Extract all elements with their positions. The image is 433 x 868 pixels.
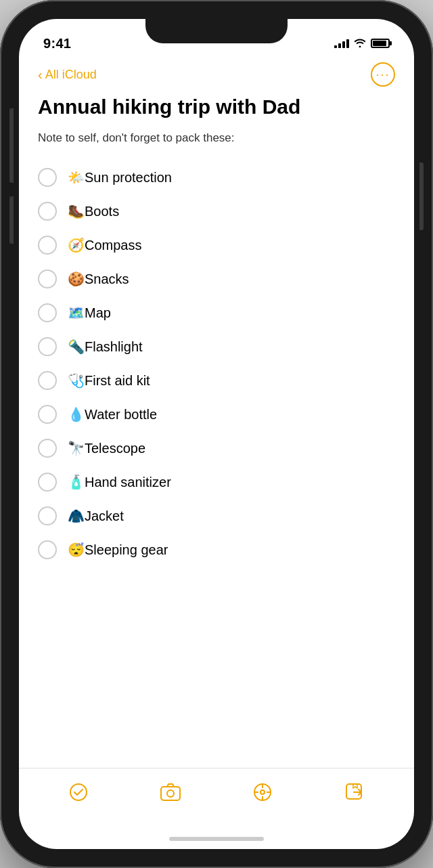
wifi-icon (354, 38, 366, 49)
signal-icon (334, 39, 349, 48)
volume-down-button (9, 196, 14, 244)
list-item[interactable]: 😴Sleeping gear (38, 534, 395, 566)
power-button (419, 162, 424, 230)
item-text: 🗺️Map (68, 305, 111, 321)
svg-rect-1 (161, 787, 180, 800)
compose-button[interactable] (340, 777, 369, 807)
item-text: 🥾Boots (68, 203, 119, 219)
list-item[interactable]: 💧Water bottle (38, 398, 395, 431)
item-text: 🔭Telescope (68, 440, 145, 456)
status-icons (334, 38, 390, 49)
back-button[interactable]: ‹ All iCloud (38, 67, 97, 83)
svg-point-4 (260, 790, 265, 794)
item-text: 🍪Snacks (68, 271, 129, 287)
checkbox[interactable] (38, 473, 57, 492)
list-item[interactable]: 🔦Flashlight (38, 330, 395, 363)
note-title: Annual hiking trip with Dad (38, 95, 395, 119)
checkbox[interactable] (38, 303, 57, 322)
checkbox[interactable] (38, 506, 57, 525)
list-item[interactable]: 🧥Jacket (38, 500, 395, 532)
checkbox[interactable] (38, 405, 57, 424)
checklist-button[interactable] (64, 777, 93, 807)
item-text: 🔦Flashlight (68, 339, 143, 355)
ellipsis-icon: ··· (375, 68, 390, 82)
checkbox[interactable] (38, 540, 57, 559)
camera-button[interactable] (156, 777, 185, 807)
nav-bar: ‹ All iCloud ··· (19, 57, 414, 89)
status-time: 9:41 (43, 36, 71, 51)
checkbox[interactable] (38, 168, 57, 187)
list-item[interactable]: 🗺️Map (38, 297, 395, 329)
item-text: 🌤️Sun protection (68, 169, 172, 186)
home-bar (169, 837, 264, 841)
item-text: 🧴Hand sanitizer (68, 474, 171, 490)
more-button[interactable]: ··· (371, 62, 395, 87)
checkbox[interactable] (38, 371, 57, 390)
svg-point-2 (167, 790, 174, 797)
item-text: 🧥Jacket (68, 508, 124, 524)
list-item[interactable]: 🥾Boots (38, 195, 395, 227)
phone-frame: 9:41 (0, 0, 433, 868)
list-item[interactable]: 🧴Hand sanitizer (38, 466, 395, 498)
note-subtitle: Note to self, don't forget to pack these… (38, 131, 395, 145)
item-text: 💧Water bottle (68, 406, 157, 422)
list-item[interactable]: 🩺First aid kit (38, 364, 395, 397)
list-item[interactable]: 🔭Telescope (38, 432, 395, 464)
volume-up-button (9, 135, 14, 183)
location-button[interactable] (248, 777, 277, 807)
item-text: 🩺First aid kit (68, 372, 150, 389)
checkbox[interactable] (38, 269, 57, 288)
item-text: 🧭Compass (68, 237, 141, 253)
phone-screen: 9:41 (19, 19, 414, 849)
notch (145, 19, 288, 43)
back-chevron-icon: ‹ (38, 67, 43, 83)
list-item[interactable]: 🧭Compass (38, 229, 395, 261)
list-item[interactable]: 🍪Snacks (38, 263, 395, 295)
svg-point-0 (70, 784, 87, 800)
checklist: 🌤️Sun protection🥾Boots🧭Compass🍪Snacks🗺️M… (38, 161, 395, 566)
home-indicator (19, 829, 414, 849)
bottom-toolbar (19, 768, 414, 829)
checkbox[interactable] (38, 439, 57, 458)
battery-icon (371, 39, 390, 48)
back-label: All iCloud (45, 68, 97, 82)
item-text: 😴Sleeping gear (68, 542, 168, 558)
note-content: Annual hiking trip with Dad Note to self… (19, 89, 414, 768)
checkbox[interactable] (38, 202, 57, 221)
checkbox[interactable] (38, 236, 57, 255)
list-item[interactable]: 🌤️Sun protection (38, 161, 395, 194)
checkbox[interactable] (38, 337, 57, 356)
